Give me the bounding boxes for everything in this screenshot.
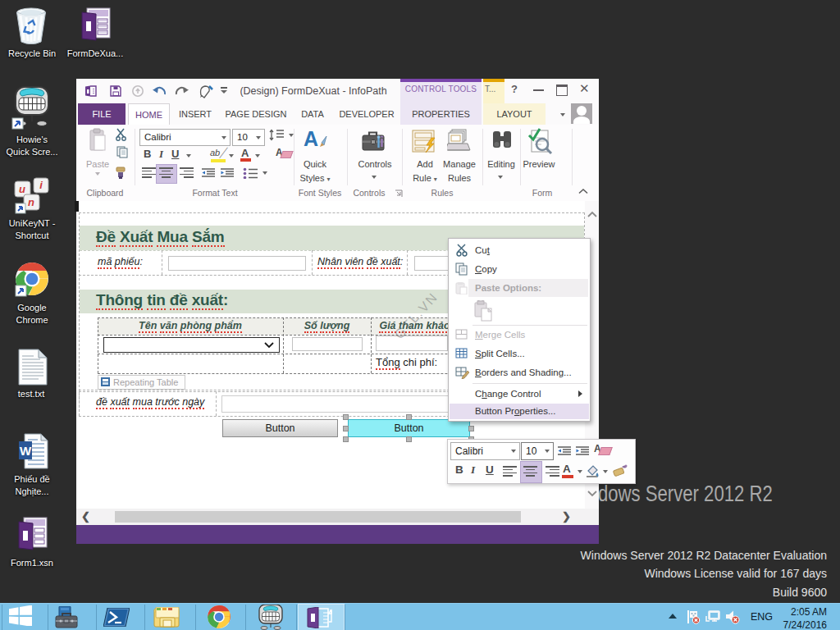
svg-text:W: W [20, 444, 32, 458]
svg-text:i: i [39, 179, 43, 191]
svg-text:u: u [19, 183, 25, 195]
svg-text:n: n [28, 196, 34, 208]
